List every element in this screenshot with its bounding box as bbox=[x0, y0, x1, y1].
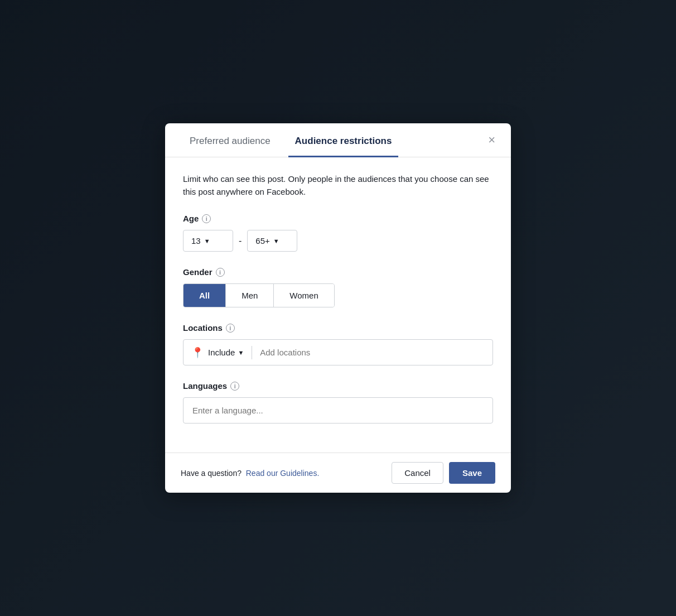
close-button[interactable]: × bbox=[484, 132, 500, 148]
modal-dialog: Preferred audience Audience restrictions… bbox=[165, 123, 511, 493]
footer-question: Have a question? Read our Guidelines. bbox=[181, 469, 319, 478]
age-max-value: 65+ bbox=[255, 236, 269, 246]
vertical-divider bbox=[252, 346, 252, 359]
question-text: Have a question? bbox=[181, 469, 242, 478]
locations-info-icon[interactable]: i bbox=[226, 324, 235, 333]
include-arrow-icon: ▼ bbox=[238, 349, 244, 356]
tab-audience-restrictions[interactable]: Audience restrictions bbox=[288, 123, 399, 157]
gender-all-button[interactable]: All bbox=[184, 284, 226, 307]
age-info-icon[interactable]: i bbox=[202, 214, 211, 223]
languages-section: Languages i bbox=[183, 381, 493, 424]
age-section: Age i 13 ▼ - 65+ ▼ bbox=[183, 214, 493, 252]
gender-button-group: All Men Women bbox=[183, 283, 335, 307]
age-min-select[interactable]: 13 ▼ bbox=[183, 230, 233, 252]
save-button[interactable]: Save bbox=[449, 462, 495, 484]
modal-body: Limit who can see this post. Only people… bbox=[165, 157, 511, 453]
location-input-wrapper: 📍 Include ▼ bbox=[183, 339, 493, 365]
tab-preferred-audience[interactable]: Preferred audience bbox=[183, 123, 277, 157]
locations-label: Locations bbox=[183, 323, 223, 333]
age-min-arrow-icon: ▼ bbox=[204, 238, 210, 244]
gender-info-icon[interactable]: i bbox=[216, 268, 225, 277]
age-label: Age bbox=[183, 214, 199, 223]
include-dropdown[interactable]: Include ▼ bbox=[208, 341, 244, 364]
locations-input[interactable] bbox=[260, 340, 485, 365]
age-label-row: Age i bbox=[183, 214, 493, 223]
gender-label: Gender bbox=[183, 267, 213, 277]
language-input[interactable] bbox=[183, 397, 493, 424]
age-row: 13 ▼ - 65+ ▼ bbox=[183, 230, 493, 252]
languages-label: Languages bbox=[183, 381, 227, 391]
gender-men-button[interactable]: Men bbox=[226, 284, 274, 307]
gender-label-row: Gender i bbox=[183, 267, 493, 277]
gender-women-button[interactable]: Women bbox=[274, 284, 334, 307]
languages-info-icon[interactable]: i bbox=[230, 382, 239, 391]
location-pin-icon: 📍 bbox=[191, 346, 204, 359]
description-text: Limit who can see this post. Only people… bbox=[183, 173, 493, 198]
age-separator: - bbox=[239, 236, 242, 246]
age-max-select[interactable]: 65+ ▼ bbox=[247, 230, 297, 252]
footer-buttons: Cancel Save bbox=[392, 462, 495, 484]
age-max-arrow-icon: ▼ bbox=[273, 238, 279, 244]
age-min-value: 13 bbox=[191, 236, 201, 246]
languages-label-row: Languages i bbox=[183, 381, 493, 391]
gender-section: Gender i All Men Women bbox=[183, 267, 493, 307]
include-label: Include bbox=[208, 348, 235, 357]
locations-label-row: Locations i bbox=[183, 323, 493, 333]
guidelines-link[interactable]: Read our Guidelines. bbox=[246, 469, 320, 478]
modal-header: Preferred audience Audience restrictions… bbox=[165, 123, 511, 157]
modal-footer: Have a question? Read our Guidelines. Ca… bbox=[165, 453, 511, 493]
cancel-button[interactable]: Cancel bbox=[392, 462, 443, 484]
locations-section: Locations i 📍 Include ▼ bbox=[183, 323, 493, 365]
